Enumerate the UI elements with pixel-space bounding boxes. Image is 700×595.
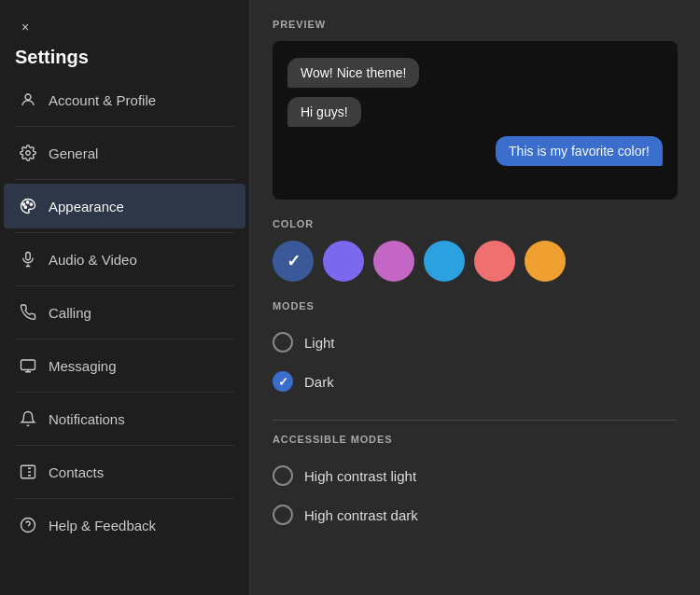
mode-option-dark[interactable]: Dark — [273, 362, 678, 401]
svg-point-5 — [30, 203, 32, 205]
color-swatch-blue-dark[interactable] — [273, 241, 314, 282]
contacts-icon — [19, 463, 37, 481]
chat-bubble-2: Hi guys! — [287, 97, 361, 127]
modes-section: MODES Light Dark — [273, 300, 678, 401]
sidebar-title-row: × — [0, 0, 249, 47]
svg-point-0 — [25, 94, 31, 100]
svg-point-3 — [22, 203, 24, 205]
sidebar-item-contacts[interactable]: Contacts — [4, 450, 245, 494]
chat-icon — [19, 356, 37, 375]
main-content: PREVIEW Wow! Nice theme! Hi guys! This i… — [250, 0, 700, 595]
svg-point-4 — [27, 201, 29, 203]
person-icon — [19, 90, 37, 109]
radio-high-contrast-dark[interactable] — [273, 505, 293, 525]
svg-point-1 — [26, 151, 31, 156]
mode-option-high-contrast-light[interactable]: High contrast light — [273, 456, 678, 495]
modes-label: MODES — [273, 300, 678, 311]
radio-light[interactable] — [273, 332, 293, 353]
mic-icon — [19, 250, 37, 269]
divider — [15, 232, 234, 233]
color-label: COLOR — [273, 218, 678, 229]
divider — [15, 445, 234, 446]
mode-label-high-contrast-dark: High contrast dark — [304, 507, 418, 523]
divider — [15, 179, 234, 180]
sidebar-item-calling[interactable]: Calling — [4, 290, 245, 335]
bell-icon — [19, 409, 37, 428]
color-swatch-purple[interactable] — [323, 241, 364, 282]
close-button[interactable]: × — [15, 17, 35, 37]
radio-high-contrast-light[interactable] — [273, 465, 293, 486]
brush-icon — [19, 197, 37, 215]
sidebar-label-messaging: Messaging — [49, 358, 117, 374]
svg-rect-7 — [21, 360, 35, 370]
svg-point-2 — [24, 206, 26, 208]
accessible-modes-label: ACCESSIBLE MODES — [273, 434, 678, 445]
color-swatch-magenta[interactable] — [373, 241, 414, 282]
chat-bubble-1: Wow! Nice theme! — [287, 58, 419, 88]
sidebar-label-account: Account & Profile — [49, 92, 156, 108]
sidebar-item-appearance[interactable]: Appearance — [4, 184, 245, 228]
sidebar-label-calling: Calling — [49, 305, 91, 321]
sidebar-item-general[interactable]: General — [4, 131, 245, 175]
sidebar-label-audio-video: Audio & Video — [49, 252, 137, 268]
divider — [15, 126, 234, 127]
color-swatch-sky-blue[interactable] — [424, 241, 465, 282]
mode-label-high-contrast-light: High contrast light — [304, 468, 416, 484]
sidebar-item-account[interactable]: Account & Profile — [4, 77, 245, 122]
sidebar-label-help: Help & Feedback — [49, 518, 156, 533]
color-swatch-salmon[interactable] — [474, 241, 515, 282]
svg-rect-6 — [26, 253, 31, 260]
sidebar-label-contacts: Contacts — [49, 464, 104, 480]
gear-icon — [19, 144, 37, 162]
divider — [15, 498, 234, 499]
mode-label-dark: Dark — [304, 374, 334, 390]
divider — [15, 339, 234, 339]
sidebar-item-notifications[interactable]: Notifications — [4, 396, 245, 441]
divider — [15, 392, 234, 393]
sidebar-item-messaging[interactable]: Messaging — [4, 343, 245, 388]
mode-option-high-contrast-dark[interactable]: High contrast dark — [273, 495, 678, 534]
sidebar-item-help[interactable]: Help & Feedback — [4, 503, 245, 547]
accessible-modes-section: ACCESSIBLE MODES High contrast light Hig… — [273, 420, 678, 534]
divider — [273, 420, 678, 421]
sidebar-label-notifications: Notifications — [49, 411, 125, 427]
svg-point-9 — [21, 519, 35, 533]
preview-label: PREVIEW — [273, 19, 678, 30]
phone-icon — [19, 303, 37, 322]
mode-option-light[interactable]: Light — [273, 323, 678, 362]
settings-title: Settings — [0, 47, 249, 77]
sidebar-label-appearance: Appearance — [49, 199, 124, 214]
color-swatches — [273, 241, 678, 282]
help-icon — [19, 516, 37, 534]
sidebar-label-general: General — [49, 145, 98, 161]
color-section: COLOR — [273, 218, 678, 282]
preview-box: Wow! Nice theme! Hi guys! This is my fav… — [273, 41, 678, 200]
sidebar: × Settings Account & Profile General — [0, 0, 250, 595]
color-swatch-orange[interactable] — [525, 241, 566, 282]
mode-label-light: Light — [304, 335, 335, 351]
chat-bubble-3: This is my favorite color! — [496, 136, 663, 166]
radio-dark[interactable] — [273, 371, 293, 392]
sidebar-item-audio-video[interactable]: Audio & Video — [4, 237, 245, 282]
divider — [15, 285, 234, 286]
